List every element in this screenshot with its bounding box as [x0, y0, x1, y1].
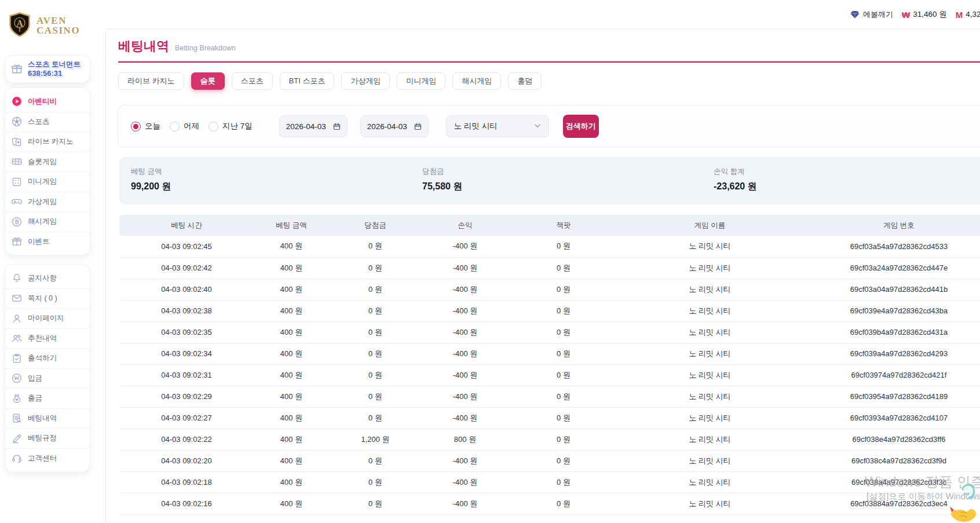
sidebar-item-label: 출금: [28, 393, 42, 403]
sidebar-item-virtual-game[interactable]: 가상게임: [5, 192, 90, 212]
sidebar-item-sports[interactable]: 스포츠: [5, 112, 90, 132]
calendar-icon[interactable]: [333, 123, 341, 130]
sidebar-item-referral[interactable]: 추천내역: [5, 328, 90, 349]
summary-label: 손익 합계: [714, 167, 980, 177]
col-bet-time: 베팅 시간: [119, 215, 254, 236]
table-row: 04-03 09:02:34400 원0 원-400 원0 원노 리밋 시티69…: [119, 343, 980, 364]
calendar-icon[interactable]: [414, 123, 422, 130]
tab-bti-sports[interactable]: BTI 스포츠: [280, 72, 335, 90]
won-balance: 31,460 원: [913, 9, 947, 20]
col-win-amount: 당첨금: [329, 215, 422, 236]
page-head: 베팅내역 Betting Breakdown: [118, 38, 980, 55]
cell-time: 04-03 09:02:29: [119, 386, 254, 407]
radio-today-label: 오늘: [145, 121, 160, 131]
cell-jackpot: 0 원: [509, 236, 619, 257]
cell-game: 노 리밋 시티: [619, 321, 801, 343]
tab-slot[interactable]: 슬롯: [191, 72, 225, 90]
cell-win: 0 원: [329, 257, 422, 279]
cell-game-id: 69cf03934a97d28362cd4107: [801, 407, 980, 429]
cell-bet: 400 원: [254, 493, 329, 514]
sidebar-item-event[interactable]: 이벤트: [5, 232, 90, 252]
cell-game: 노 리밋 시티: [619, 386, 801, 407]
sidebar-item-mini-game[interactable]: 미니게임: [5, 171, 90, 192]
sidebar-item-support[interactable]: 고객센터: [5, 448, 90, 469]
tab-hash-game[interactable]: 해시게임: [452, 72, 501, 90]
tab-holdem[interactable]: 홀덤: [508, 72, 542, 90]
sidebar-item-notice[interactable]: 공지사항: [5, 268, 90, 288]
tab-mini-game[interactable]: 미니게임: [397, 72, 445, 90]
summary-label: 당첨금: [422, 167, 702, 177]
pencil-icon: [11, 433, 23, 444]
cell-profit: -400 원: [422, 450, 509, 471]
filter-bar: 오늘 어제 지난 7일 2026-04-03 2026-04-03 노 리밋 시…: [118, 105, 980, 148]
tab-live-casino[interactable]: 라이브 카지노: [118, 72, 184, 90]
brand-logo[interactable]: A AVEN CASINO: [8, 9, 90, 42]
coin-b-icon: [11, 216, 23, 228]
coin-w-icon: [11, 372, 23, 384]
cell-bet: 400 원: [254, 279, 329, 300]
sidebar-item-deposit[interactable]: 입금: [5, 368, 90, 389]
cell-game-id: 69cf038e4a97d28362cd3ff6: [801, 429, 980, 450]
cell-win: 0 원: [329, 279, 422, 300]
tournament-timer: 638:56:31: [28, 69, 81, 78]
cell-jackpot: 0 원: [509, 321, 619, 343]
gift-icon: [10, 63, 23, 75]
sidebar-item-label: 스포츠: [28, 117, 50, 127]
radio-yesterday-circle[interactable]: [170, 122, 180, 131]
radio-today-circle[interactable]: [131, 122, 141, 131]
sidebar-item-aventv[interactable]: 아벤티비: [5, 92, 90, 112]
cell-game: 노 리밋 시티: [619, 279, 801, 300]
cell-win: 0 원: [329, 471, 422, 493]
brand-line1: AVEN: [36, 16, 80, 25]
cell-jackpot: 0 원: [509, 471, 619, 493]
sidebar-item-mypage[interactable]: 마이페이지: [5, 308, 90, 328]
tab-sports[interactable]: 스포츠: [232, 72, 273, 90]
col-jackpot: 잭팟: [509, 215, 619, 236]
sidebar-item-live-casino[interactable]: 라이브 카지노: [5, 131, 90, 152]
sidebar-item-hash-game[interactable]: 해시게임: [5, 211, 90, 232]
cell-game-id: 69cf039b4a97d28362cd431a: [801, 321, 980, 343]
cell-win: 0 원: [329, 236, 422, 257]
summary-label: 베팅 금액: [131, 167, 411, 177]
cell-bet: 400 원: [254, 471, 329, 493]
tournament-banner[interactable]: 스포츠 토너먼트 638:56:31: [5, 55, 90, 83]
radio-last7days[interactable]: 지난 7일: [209, 121, 253, 131]
cursor-hand-graphic: [948, 482, 980, 523]
sidebar-item-message[interactable]: 쪽지 ( 0 ): [5, 288, 90, 309]
table-row: 04-03 09:02:35400 원0 원-400 원0 원노 리밋 시티69…: [119, 321, 980, 343]
radio-last7days-circle[interactable]: [209, 122, 218, 131]
sidebar-item-betting-rules[interactable]: 베팅규정: [5, 428, 90, 448]
table-header: 베팅 시간 베팅 금액 당첨금 손익 잭팟 게임 이름 게임 번호: [119, 215, 980, 236]
cell-game-id: 69cf03974a97d28362cd421f: [801, 364, 980, 386]
cell-game: 노 리밋 시티: [619, 471, 801, 493]
cell-jackpot: 0 원: [509, 257, 619, 279]
cell-win: 0 원: [329, 450, 422, 471]
sidebar-item-label: 추천내역: [28, 334, 57, 343]
table-row: 04-03 09:02:45400 원0 원-400 원0 원노 리밋 시티69…: [119, 236, 980, 257]
sidebar-item-withdraw[interactable]: 출금: [5, 388, 90, 408]
tab-virtual-game[interactable]: 가상게임: [341, 72, 390, 90]
cell-game-id: 69cf039e4a97d28362cd43ba: [801, 300, 980, 321]
sidebar-item-attendance[interactable]: 출석하기: [5, 348, 90, 368]
sidebar-item-label: 베팅규정: [28, 433, 57, 443]
sidebar-item-betting-history[interactable]: 베팅내역: [5, 408, 90, 429]
date-to-input[interactable]: 2026-04-03: [360, 115, 429, 137]
table-row: 04-03 09:02:42400 원0 원-400 원0 원노 리밋 시티69…: [119, 257, 980, 279]
sidebar-menu-account: 공지사항 쪽지 ( 0 ) 마이페이지 추천내역 출석하기 입금 출금 베팅내: [5, 264, 90, 472]
radio-yesterday[interactable]: 어제: [170, 121, 199, 131]
cell-game: 노 리밋 시티: [619, 364, 801, 386]
date-from-input[interactable]: 2026-04-03: [279, 115, 348, 137]
sidebar-item-label: 라이브 카지노: [28, 137, 73, 147]
sidebar-item-label: 공지사항: [28, 273, 57, 283]
evo-event-label[interactable]: 에볼깨기: [863, 9, 893, 20]
summary-profit-total: 손익 합계 -23,620 원: [702, 157, 980, 204]
col-game-id: 게임 번호: [801, 215, 980, 236]
money-pouch-icon: [11, 393, 23, 404]
search-button[interactable]: 검색하기: [563, 115, 599, 138]
cell-time: 04-03 09:02:34: [119, 343, 254, 364]
radio-today[interactable]: 오늘: [131, 121, 160, 131]
cell-bet: 400 원: [254, 450, 329, 471]
sidebar-item-label: 출석하기: [28, 353, 57, 363]
sidebar-item-slot[interactable]: 슬롯게임: [5, 152, 90, 172]
provider-select[interactable]: 노 리밋 시티: [446, 115, 549, 137]
